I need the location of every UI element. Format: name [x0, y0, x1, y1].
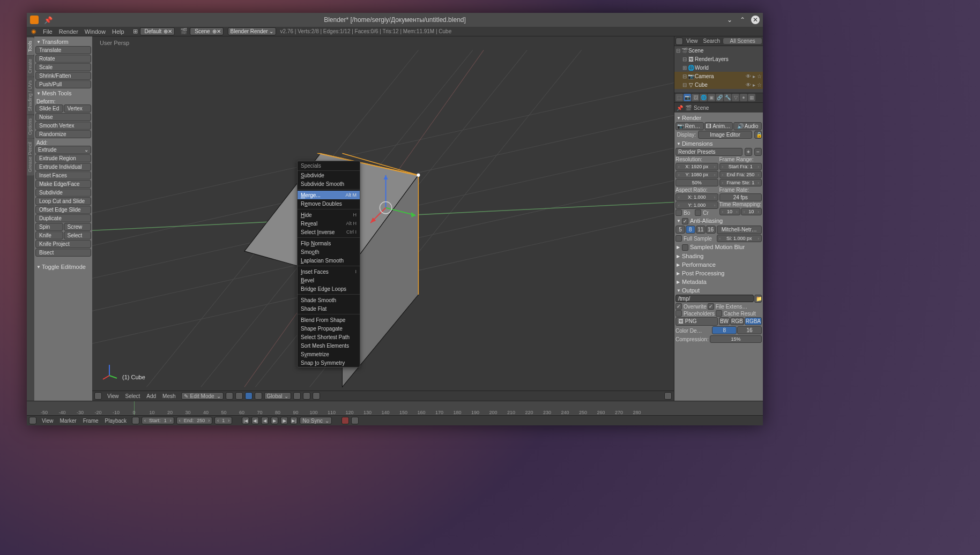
menu-file[interactable]: File: [40, 28, 56, 35]
outliner-view[interactable]: View: [684, 38, 700, 44]
dimensions-section-header[interactable]: Dimensions: [675, 139, 762, 148]
spin-screw-button[interactable]: Screw: [64, 223, 92, 231]
vp-menu-mesh[interactable]: Mesh: [159, 393, 179, 399]
prev-keyframe-button[interactable]: ◀|: [251, 417, 259, 424]
format-selector[interactable]: 🖼 PNG: [675, 317, 718, 326]
aspect-y-field[interactable]: ‹Y: 1.000›: [675, 201, 718, 209]
deform-noise-button[interactable]: Noise: [35, 113, 91, 121]
output-section-header[interactable]: Output: [675, 286, 762, 295]
depth-8[interactable]: 8: [712, 326, 737, 334]
outliner-row-scene[interactable]: ⊟🎬Scene: [674, 46, 763, 55]
aa-sample-5[interactable]: 5: [675, 226, 685, 234]
border-checkbox[interactable]: [675, 209, 682, 216]
orientation-selector[interactable]: Global⌄: [264, 392, 292, 400]
jump-end-button[interactable]: ▶|: [290, 417, 298, 424]
layout-icon[interactable]: ⊞: [132, 28, 139, 35]
render-animatio-button[interactable]: 🎞 Animatio: [704, 122, 733, 130]
record-icon[interactable]: [341, 417, 349, 424]
knife-select-button[interactable]: Select: [64, 231, 92, 239]
close-button[interactable]: ✕: [751, 16, 760, 24]
ctx-merge-[interactable]: Merge...Alt M: [298, 191, 360, 199]
transform-rotate-button[interactable]: Rotate: [35, 55, 91, 63]
placeholders-checkbox[interactable]: [675, 310, 682, 317]
timeline-ruler[interactable]: -50-40-30-20-100102030405060708090100110…: [27, 401, 763, 415]
extrude-dropdown[interactable]: Extrude⌄: [35, 146, 91, 154]
tl-current-field[interactable]: ‹1›: [214, 417, 232, 424]
render-audio-button[interactable]: 🔊 Audio: [733, 122, 762, 130]
add-make-edge-face-button[interactable]: Make Edge/Face: [35, 180, 91, 188]
ctx-bridge-edge-loops[interactable]: Bridge Edge Loops: [298, 284, 360, 293]
outliner-row-cube[interactable]: ⊟▽Cube👁 ▸ ☆: [674, 80, 763, 89]
keying-set-icon[interactable]: [351, 417, 359, 424]
ctx-remove-doubles[interactable]: Remove Doubles: [298, 199, 360, 208]
proportional-icon[interactable]: [313, 392, 320, 400]
vtab-shading-uvs[interactable]: Shading / UVs: [27, 77, 34, 115]
aa-sample-16[interactable]: 16: [706, 226, 716, 234]
transform-shrink-fatten-button[interactable]: Shrink/Fatten: [35, 72, 91, 80]
tl-start-field[interactable]: ‹Start:1›: [142, 417, 174, 424]
render-section-header[interactable]: Render: [675, 114, 762, 122]
ctx-bevel[interactable]: Bevel: [298, 276, 360, 284]
render-preview-icon[interactable]: [664, 392, 672, 400]
outliner-row-renderlayers[interactable]: ⊟🖼RenderLayers: [674, 55, 763, 63]
vp-menu-view[interactable]: View: [104, 393, 122, 399]
vp-menu-add[interactable]: Add: [143, 393, 159, 399]
sampled-motion-blur-section-header[interactable]: Sampled Motion Blur: [675, 243, 762, 252]
add-offset-edge-slide-button[interactable]: Offset Edge Slide: [35, 206, 91, 214]
outliner-type-icon[interactable]: [675, 38, 683, 45]
ctx-blend-from-shape[interactable]: Blend From Shape: [298, 316, 360, 324]
output-path-field[interactable]: [675, 295, 754, 302]
play-reverse-button[interactable]: ◀: [261, 417, 269, 424]
folder-browse-icon[interactable]: 📁: [754, 295, 762, 303]
prop-tab-world[interactable]: 🌐: [700, 94, 707, 101]
vtab-grease-pencil[interactable]: Grease Pencil: [27, 139, 34, 176]
pivot-icon[interactable]: [235, 392, 243, 400]
transform-push-pull-button[interactable]: Push/Pull: [35, 80, 91, 88]
add-duplicate-button[interactable]: Duplicate: [35, 214, 91, 222]
layout-selector[interactable]: Default⊕✕: [140, 27, 175, 35]
deform-vertex-button[interactable]: Vertex: [64, 104, 92, 112]
tl-menu-playback[interactable]: Playback: [102, 418, 130, 424]
prop-tab-render[interactable]: ⬚: [675, 94, 683, 101]
next-keyframe-button[interactable]: |▶: [280, 417, 288, 424]
post-processing-section-header[interactable]: Post Processing: [675, 269, 762, 278]
transform-scale-button[interactable]: Scale: [35, 63, 91, 71]
frame-step-field[interactable]: ‹Frame Ste: 1›: [719, 179, 762, 186]
ctx-shade-flat[interactable]: Shade Flat: [298, 304, 360, 313]
render-render-button[interactable]: 📷 Render: [675, 122, 704, 130]
vtab-tools[interactable]: Tools: [27, 38, 34, 55]
meshtools-header[interactable]: Mesh Tools: [35, 89, 91, 98]
cache-checkbox[interactable]: [716, 310, 722, 317]
aspect-x-field[interactable]: ‹X: 1.000›: [675, 193, 718, 201]
add-inset-faces-button[interactable]: Inset Faces: [35, 171, 91, 179]
prop-tab-modifiers[interactable]: 🔧: [724, 94, 731, 101]
outliner-row-world[interactable]: ⊞🌐World: [674, 63, 763, 72]
remap-new-field[interactable]: ‹10›: [741, 208, 762, 215]
preset-remove-icon[interactable]: −: [754, 148, 762, 156]
tl-menu-marker[interactable]: Marker: [57, 418, 80, 424]
aa-filter-selector[interactable]: Mitchell-Netr…: [717, 226, 762, 234]
ctx-reveal[interactable]: RevealAlt H: [298, 219, 360, 228]
tl-menu-view[interactable]: View: [39, 418, 57, 424]
toggle-editmode-header[interactable]: Toggle Editmode: [35, 262, 91, 271]
vp-menu-select[interactable]: Select: [122, 393, 144, 399]
knife-knife-project-button[interactable]: Knife Project: [35, 240, 91, 248]
ctx-smooth[interactable]: Smooth: [298, 248, 360, 256]
full-sample-checkbox[interactable]: [675, 235, 682, 242]
ctx-shade-smooth[interactable]: Shade Smooth: [298, 296, 360, 304]
ctx-inset-faces[interactable]: Inset FacesI: [298, 267, 360, 276]
manip-icon[interactable]: [245, 392, 253, 400]
prop-tab-material[interactable]: ●: [740, 94, 747, 101]
display-lock-icon[interactable]: 🔒: [754, 131, 762, 139]
res-y-field[interactable]: ‹Y: 1080 px›: [675, 171, 718, 178]
knife-bisect-button[interactable]: Bisect: [35, 249, 91, 257]
pin-icon[interactable]: 📌: [44, 16, 53, 24]
tl-menu-frame[interactable]: Frame: [80, 418, 102, 424]
deform-randomize-button[interactable]: Randomize: [35, 130, 91, 138]
metadata-section-header[interactable]: Metadata: [675, 278, 762, 286]
prop-tab-texture[interactable]: ▦: [748, 94, 755, 101]
display-selector[interactable]: Image Editor: [698, 131, 752, 139]
res-pct-field[interactable]: 50%: [675, 179, 718, 186]
add-extrude-region-button[interactable]: Extrude Region: [35, 154, 91, 162]
ctx-subdivide[interactable]: Subdivide: [298, 171, 360, 179]
